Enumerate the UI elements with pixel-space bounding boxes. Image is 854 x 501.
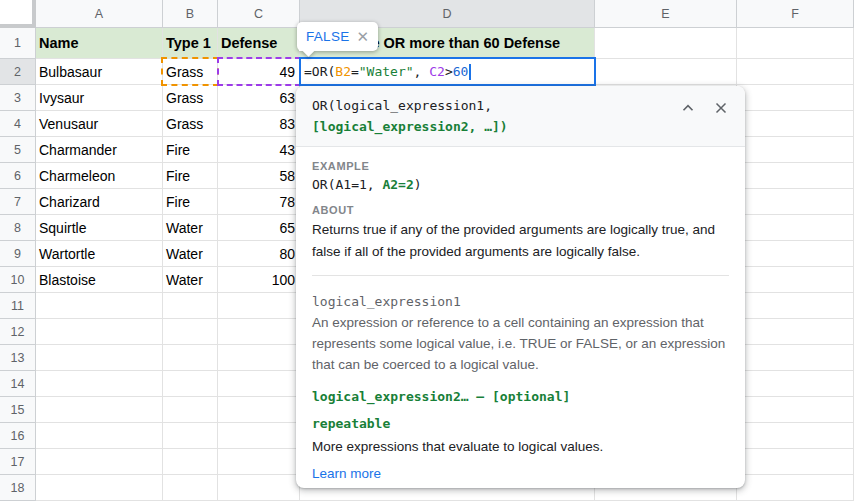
cell-F13[interactable] xyxy=(737,345,854,371)
formula-result-chip[interactable]: FALSE ✕ xyxy=(297,22,378,51)
cell-C14[interactable] xyxy=(218,371,300,397)
close-icon[interactable]: ✕ xyxy=(357,29,370,44)
column-header-E[interactable]: E xyxy=(595,0,737,28)
cell-F2[interactable] xyxy=(737,59,854,85)
cell-B13[interactable] xyxy=(163,345,218,371)
cell-C17[interactable] xyxy=(218,449,300,475)
row-header-13[interactable]: 13 xyxy=(0,345,36,371)
cell-B14[interactable] xyxy=(163,371,218,397)
chevron-up-icon[interactable] xyxy=(679,99,697,117)
cell-F6[interactable] xyxy=(737,163,854,189)
column-header-F[interactable]: F xyxy=(737,0,854,28)
row-header-18[interactable]: 18 xyxy=(0,475,36,501)
cell-B11[interactable] xyxy=(163,293,218,319)
cell-A5[interactable]: Charmander xyxy=(36,137,163,163)
cell-F15[interactable] xyxy=(737,397,854,423)
cell-E2[interactable] xyxy=(595,59,737,85)
cell-F7[interactable] xyxy=(737,189,854,215)
cell-A17[interactable] xyxy=(36,449,163,475)
row-header-11[interactable]: 11 xyxy=(0,293,36,319)
cell-F1[interactable] xyxy=(737,28,854,59)
close-icon[interactable] xyxy=(712,99,730,117)
cell-C12[interactable] xyxy=(218,319,300,345)
cell-E1[interactable] xyxy=(595,28,737,59)
cell-F17[interactable] xyxy=(737,449,854,475)
cell-B15[interactable] xyxy=(163,397,218,423)
cell-B10[interactable]: Water xyxy=(163,267,218,293)
cell-F8[interactable] xyxy=(737,215,854,241)
cell-C11[interactable] xyxy=(218,293,300,319)
row-header-4[interactable]: 4 xyxy=(0,111,36,137)
cell-B17[interactable] xyxy=(163,449,218,475)
cell-C4[interactable]: 83 xyxy=(218,111,300,137)
cell-F5[interactable] xyxy=(737,137,854,163)
row-header-3[interactable]: 3 xyxy=(0,85,36,111)
cell-F16[interactable] xyxy=(737,423,854,449)
cell-C15[interactable] xyxy=(218,397,300,423)
select-all-corner[interactable] xyxy=(0,0,36,28)
cell-A12[interactable] xyxy=(36,319,163,345)
cell-C6[interactable]: 58 xyxy=(218,163,300,189)
cell-A15[interactable] xyxy=(36,397,163,423)
learn-more-link[interactable]: Learn more xyxy=(312,466,381,481)
cell-B8[interactable]: Water xyxy=(163,215,218,241)
row-header-8[interactable]: 8 xyxy=(0,215,36,241)
cell-A18[interactable] xyxy=(36,475,163,501)
cell-C8[interactable]: 65 xyxy=(218,215,300,241)
cell-B12[interactable] xyxy=(163,319,218,345)
cell-A16[interactable] xyxy=(36,423,163,449)
cell-F18[interactable] xyxy=(737,475,854,501)
cell-B18[interactable] xyxy=(163,475,218,501)
cell-F10[interactable] xyxy=(737,267,854,293)
cell-A7[interactable]: Charizard xyxy=(36,189,163,215)
cell-C7[interactable]: 78 xyxy=(218,189,300,215)
cell-C10[interactable]: 100 xyxy=(218,267,300,293)
column-header-B[interactable]: B xyxy=(163,0,218,28)
cell-F12[interactable] xyxy=(737,319,854,345)
cell-C18[interactable] xyxy=(218,475,300,501)
cell-B6[interactable]: Fire xyxy=(163,163,218,189)
cell-F9[interactable] xyxy=(737,241,854,267)
cell-B5[interactable]: Fire xyxy=(163,137,218,163)
row-header-14[interactable]: 14 xyxy=(0,371,36,397)
cell-F11[interactable] xyxy=(737,293,854,319)
row-header-17[interactable]: 17 xyxy=(0,449,36,475)
row-header-1[interactable]: 1 xyxy=(0,28,36,59)
cell-B7[interactable]: Fire xyxy=(163,189,218,215)
cell-C3[interactable]: 63 xyxy=(218,85,300,111)
cell-A11[interactable] xyxy=(36,293,163,319)
cell-C1[interactable]: Defense xyxy=(218,28,300,59)
row-header-2[interactable]: 2 xyxy=(0,59,36,85)
cell-A4[interactable]: Venusaur xyxy=(36,111,163,137)
cell-A10[interactable]: Blastoise xyxy=(36,267,163,293)
row-header-9[interactable]: 9 xyxy=(0,241,36,267)
cell-A2[interactable]: Bulbasaur xyxy=(36,59,163,85)
cell-F14[interactable] xyxy=(737,371,854,397)
cell-A6[interactable]: Charmeleon xyxy=(36,163,163,189)
column-header-A[interactable]: A xyxy=(36,0,163,28)
row-header-7[interactable]: 7 xyxy=(0,189,36,215)
row-header-5[interactable]: 5 xyxy=(0,137,36,163)
cell-A3[interactable]: Ivysaur xyxy=(36,85,163,111)
row-header-10[interactable]: 10 xyxy=(0,267,36,293)
active-cell-formula-editor[interactable]: =OR(B2="Water", C2>60 xyxy=(299,57,596,86)
cell-B1[interactable]: Type 1 xyxy=(163,28,218,59)
cell-F3[interactable] xyxy=(737,85,854,111)
row-header-12[interactable]: 12 xyxy=(0,319,36,345)
cell-C16[interactable] xyxy=(218,423,300,449)
cell-C13[interactable] xyxy=(218,345,300,371)
cell-C9[interactable]: 80 xyxy=(218,241,300,267)
cell-C5[interactable]: 43 xyxy=(218,137,300,163)
row-header-16[interactable]: 16 xyxy=(0,423,36,449)
cell-B16[interactable] xyxy=(163,423,218,449)
cell-B3[interactable]: Grass xyxy=(163,85,218,111)
cell-A1[interactable]: Name xyxy=(36,28,163,59)
cell-B4[interactable]: Grass xyxy=(163,111,218,137)
row-header-15[interactable]: 15 xyxy=(0,397,36,423)
cell-B9[interactable]: Water xyxy=(163,241,218,267)
cell-F4[interactable] xyxy=(737,111,854,137)
row-header-6[interactable]: 6 xyxy=(0,163,36,189)
cell-A9[interactable]: Wartortle xyxy=(36,241,163,267)
cell-A14[interactable] xyxy=(36,371,163,397)
column-header-C[interactable]: C xyxy=(218,0,300,28)
